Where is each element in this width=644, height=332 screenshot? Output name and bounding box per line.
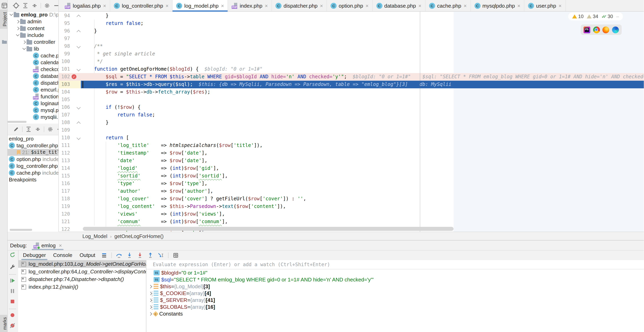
code-line-100[interactable]: 100 */ [59, 58, 644, 65]
editor-tab-cache-php[interactable]: Ccache.php× [426, 0, 471, 11]
code-line-117[interactable]: 117 'author' => $row['author'], [59, 187, 644, 195]
code-line-118[interactable]: 118 'log_cover' => $row['cover'] ? getFi… [59, 195, 644, 203]
code-line-109[interactable]: 109 [59, 127, 644, 134]
editor-hscrollbar[interactable] [83, 227, 454, 231]
editor-tab-option-php[interactable]: Coption.php× [327, 0, 373, 11]
gutter[interactable]: 95 [59, 20, 81, 27]
close-icon[interactable]: × [59, 242, 62, 248]
code-line-107[interactable]: 107 return false; [59, 111, 644, 119]
firefox-icon[interactable] [602, 26, 610, 33]
rerun-icon[interactable] [9, 252, 16, 258]
gutter[interactable]: 119 [59, 203, 81, 210]
tree-item-mysql-ph[interactable]: Cmysql.ph [7, 107, 58, 114]
code-line-115[interactable]: 115 'sortid' => (int)$row['sortid'], [59, 172, 644, 180]
editor-tab-user-php[interactable]: Cuser.php× [524, 0, 566, 11]
tool-window-button-project[interactable]: Project [0, 10, 7, 29]
close-icon[interactable]: × [366, 2, 368, 9]
inspection-warning[interactable]: 10 [572, 14, 584, 19]
tree-hscrollbar[interactable] [7, 121, 26, 123]
gutter[interactable]: 104 [59, 88, 81, 96]
gutter[interactable]: 94 [59, 12, 81, 20]
chevron-down-icon[interactable] [22, 46, 26, 51]
code-line-108[interactable]: 108 } [59, 119, 644, 127]
code-line-112[interactable]: 112 'timestamp' => $row['date'], [59, 149, 644, 157]
chevron-right-icon[interactable] [148, 284, 153, 289]
gutter[interactable]: 101 [59, 65, 81, 73]
gutter[interactable]: 121 [59, 218, 81, 226]
expand-all-icon[interactable] [25, 126, 32, 133]
gutter[interactable]: 103 [59, 81, 81, 88]
bookmarks-hscrollbar[interactable] [10, 229, 32, 231]
bookmarks-file-log-controller-php[interactable]: Clog_controller.phpin [7, 163, 58, 169]
code-line-97[interactable]: 97 [59, 35, 644, 42]
editor-tab-mysqlpdo-php[interactable]: Cmysqlpdo.php× [471, 0, 524, 11]
fold-marker[interactable] [76, 44, 81, 48]
close-icon[interactable]: × [464, 2, 467, 9]
code-line-101[interactable]: 101 function getOneLogForHome($blogId) {… [59, 65, 644, 73]
mute-breakpoints-icon[interactable] [9, 322, 16, 329]
fold-marker[interactable] [76, 67, 81, 71]
close-icon[interactable]: × [517, 2, 520, 9]
gutter[interactable]: 116 [59, 180, 81, 187]
bookmarks-group[interactable]: Breakpoints [7, 176, 58, 183]
settings-icon[interactable] [47, 126, 54, 133]
debug-tab-console[interactable]: Console [52, 250, 74, 260]
gutter[interactable]: 111 [59, 142, 81, 149]
locate-icon[interactable] [13, 2, 19, 9]
editor-tab-log_model-php[interactable]: Clog_model.php× [172, 0, 228, 11]
tree-item-cache-ph[interactable]: Ccache.ph [7, 52, 58, 59]
tree-item-function[interactable]: PHPfunction [7, 93, 58, 100]
tree-item-calendar[interactable]: Ccalendar [7, 59, 58, 66]
gutter[interactable]: 108 [59, 119, 81, 127]
gutter[interactable]: 115 [59, 172, 81, 180]
tree-item-admin[interactable]: admin [7, 18, 58, 25]
step-out-icon[interactable] [147, 252, 154, 258]
inspection-passed[interactable]: ✓✓30 [601, 14, 613, 19]
close-icon[interactable]: × [320, 2, 323, 9]
tree-item-include[interactable]: include [7, 32, 58, 38]
tree-item-dispatch[interactable]: Cdispatch [7, 79, 58, 86]
gutter[interactable]: 122 [59, 226, 81, 232]
chevron-right-icon[interactable] [148, 311, 153, 316]
code-line-98[interactable]: 98 /** [59, 42, 644, 50]
editor-tab-log_controller-php[interactable]: Clog_controller.php× [110, 0, 172, 11]
collapse-all-icon[interactable] [31, 2, 38, 9]
breakpoint-icon[interactable] [72, 74, 76, 79]
frames-list[interactable]: log_model.php:103, Log_Model->getOneLogF… [18, 260, 146, 332]
chevron-right-icon[interactable] [15, 19, 20, 24]
variable-row-Constants[interactable]: cConstants [146, 310, 644, 317]
editor-tab-logalias-php[interactable]: PHPlogalias.php× [61, 0, 110, 11]
fold-marker[interactable] [76, 121, 81, 126]
gutter[interactable]: 96 [59, 27, 81, 35]
stack-frame[interactable]: dispatcher.php:74, Dispatcher->dispatch(… [18, 275, 146, 283]
gutter[interactable]: 120 [59, 210, 81, 218]
step-into-icon[interactable] [126, 252, 133, 258]
menu-icon[interactable] [1, 2, 6, 7]
gutter[interactable]: 100 [59, 58, 81, 65]
variable-row-_SERVER[interactable]: $_SERVER = {array} [41] [146, 297, 644, 304]
tool-window-button-bookmarks[interactable]: marks [0, 315, 7, 332]
code-line-103[interactable]: 103 $res = $this->db->query($sql); $this… [59, 81, 644, 88]
debug-tab-output[interactable]: Output [78, 250, 97, 260]
pause-icon[interactable] [9, 288, 16, 294]
threads-icon[interactable] [101, 252, 107, 258]
code-line-95[interactable]: 95 return false; [59, 20, 644, 27]
stack-frame[interactable]: log_controller.php:64, Log_Controller->d… [18, 268, 146, 275]
force-step-into-icon[interactable] [137, 252, 143, 258]
code-line-113[interactable]: 113 'date' => $row['date'], [59, 157, 644, 165]
editor-lines[interactable]: 94 }95 return false;96 }9798 /**99 * get… [59, 12, 644, 232]
gutter[interactable]: 110 [59, 134, 81, 142]
editor-tab-database-php[interactable]: Cdatabase.php× [372, 0, 426, 11]
gutter[interactable]: 113 [59, 157, 81, 165]
stack-frame[interactable]: log_model.php:103, Log_Model->getOneLogF… [18, 260, 146, 268]
resume-icon[interactable] [9, 277, 16, 284]
project-tree[interactable]: emlog_proD:\phadmincontentincludecontrol… [7, 11, 58, 120]
debug-session-tab[interactable]: PHP emlog × [32, 240, 64, 250]
bookmarks-file-tag-controller-php[interactable]: Ctag_controller.phpin [7, 142, 58, 149]
tree-item-lib[interactable]: lib [7, 45, 58, 52]
tree-item-controller[interactable]: controller [7, 38, 58, 45]
variable-row-this[interactable]: $this = {Log_Model} [3] [146, 283, 644, 290]
view-breakpoints-icon[interactable] [9, 312, 16, 318]
chevron-down-icon[interactable] [9, 12, 14, 17]
code-line-96[interactable]: 96 } [59, 27, 644, 35]
